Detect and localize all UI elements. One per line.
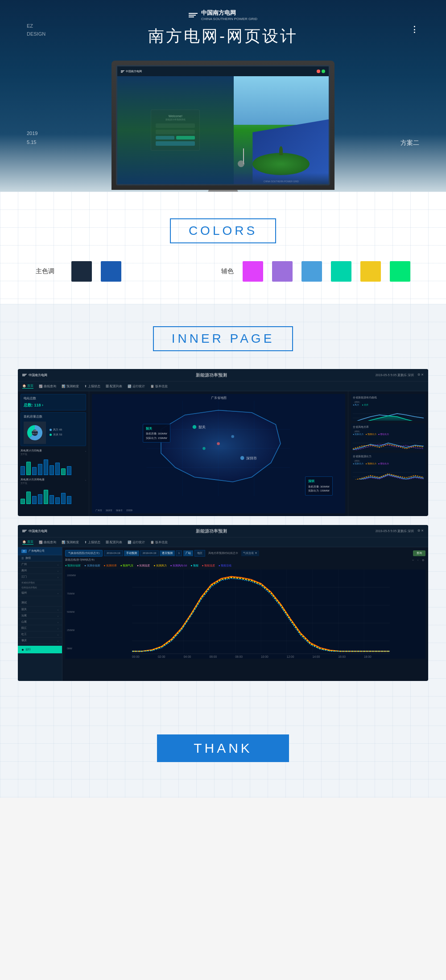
sidebar-item-fuzhou[interactable]: 福州 › [18, 590, 62, 596]
dash-logo-text-2: 中国南方电网 [29, 529, 47, 533]
dash-info-1: 2019-05-5 5:05 夏鹏乐 深圳 ⚙ ✕ [376, 373, 424, 377]
inner-page-section: INNER PAGE 中国南方电网 新能源功率预测 2019-05-5 5:05… [0, 304, 446, 708]
btn-query[interactable]: 查询 [413, 550, 425, 556]
sidebar-item-jiangmen[interactable]: 江门 › [18, 574, 62, 580]
inner-page-title: INNER PAGE [153, 326, 293, 351]
guangdong-map: 广东省地图 韶关 [92, 394, 345, 513]
screen-dots [317, 70, 325, 73]
dash-header-2: 中国南方电网 新能源功率预测 2019-05-5 5:05 夏鹏乐 深圳 ⚙ ✕ [18, 525, 428, 537]
y-label-1: 1000MW [67, 574, 76, 577]
thank-section: THANK [0, 708, 446, 798]
btn-daily[interactable]: 逐日预测 [160, 550, 175, 556]
pie-chart: 12346 kVA总装机 [24, 422, 46, 444]
dash-logo-icon [22, 374, 27, 376]
y-label-2: 750MW [67, 592, 76, 595]
nav-config-2[interactable]: ☰ 配置列表 [106, 540, 122, 545]
svg-text:10:00: 10:00 [261, 655, 268, 658]
dash-right-panel: 全省新能源有功曲线 （MW） ● 风力 ● 光伏 [348, 391, 428, 516]
sidebar-item-zhaoqing[interactable]: 肇庆 › [18, 638, 62, 644]
line-chart-svg-2 [353, 436, 424, 450]
screen-left: Welcome!新能源功率预测系统 [117, 76, 234, 184]
nav-query[interactable]: 📈 曲线查询 [39, 384, 56, 389]
y-label-4: 250MW [67, 629, 76, 631]
nav-forecast-2[interactable]: 📊 预测精度 [62, 540, 79, 545]
sidebar-item-guangzhou[interactable]: 广州 › [18, 562, 62, 568]
right-chart-1: 全省新能源有功曲线 （MW） ● 风力 ● 光伏 [351, 394, 425, 421]
btn-manual[interactable]: 手动预测 [124, 550, 139, 556]
date-start[interactable]: 2019-04-19 [104, 550, 123, 556]
nav-forecast[interactable]: 📊 预测精度 [62, 384, 79, 389]
sidebar-item-ceshi[interactable]: 测试 [18, 596, 62, 607]
pie-legend: 风力 65 光伏 53 [50, 428, 62, 438]
bar-chart-1 [21, 457, 86, 475]
sidebar-item-shaoguan[interactable]: 韶关 › [18, 607, 62, 613]
station-count-label: 电站总数 [24, 396, 83, 401]
map-bottom-legend: 广州市 深圳市 珠海市 15339 [95, 509, 132, 512]
primary-color-2 [101, 261, 121, 282]
dash-title-2: 新能源功率预测 [51, 528, 372, 534]
sidebar-item-substation1[interactable]: 长城光伏电站 [18, 580, 62, 585]
sidebar-item-shanwei2[interactable]: 山尾 › [18, 619, 62, 625]
y-axis: 1000MW 750MW 500MW 250MW 0MW [67, 574, 76, 650]
secondary-color-4 [331, 261, 351, 282]
nav-version-2[interactable]: 📋 版本信息 [150, 540, 168, 545]
nav-report-2[interactable]: ⬆ 上报状态 [84, 540, 100, 545]
input-days[interactable]: 1 [176, 550, 182, 556]
colors-row: 主色调 辅色 [36, 261, 410, 282]
hero-section: DESIGN EZDESIGN ⋮ 中国南方电网 CHINA SOUTHERN … [0, 0, 446, 192]
nav-home[interactable]: 🏠 首页 [22, 384, 33, 389]
svg-text:韶关: 韶关 [198, 425, 206, 429]
nav-query-2[interactable]: 📈 曲线查询 [39, 540, 56, 545]
dash-logo-2: 中国南方电网 [22, 529, 47, 533]
device-count-box: 装机容量总数 12346 kVA总装机 风力 65 光伏 53 [21, 412, 86, 446]
dash-logo-text-1: 中国南方电网 [29, 373, 47, 377]
dash-header-1: 中国南方电网 新能源功率预测 2019-05-5 5:05 夏鹏乐 深圳 ⚙ ✕ [18, 369, 428, 381]
nav-home-2[interactable]: 🏠 首页 [22, 540, 33, 545]
sidebar-item-shanwei[interactable]: 汕尾 › [18, 613, 62, 619]
toolbar-row: 气象曲线图面(功站状态卡) 2019-04-19 手动预测 2019-04-19… [65, 550, 425, 557]
thank-badge: THANK [157, 734, 289, 762]
monitor-bezel: 中国南方电网 Welcome!新能源功率预测系统 [112, 61, 334, 190]
sidebar-item-huizhou[interactable]: 惠州 › [18, 568, 62, 574]
btn-region[interactable]: 地区 [194, 550, 205, 557]
colors-section: COLORS 主色调 辅色 [0, 192, 446, 304]
nav-version[interactable]: 📋 版本信息 [150, 384, 168, 389]
monitor-screen: 中国南方电网 Welcome!新能源功率预测系统 [116, 65, 330, 185]
pie-container: 12346 kVA总装机 风力 65 光伏 53 [24, 422, 83, 444]
primary-color-1 [71, 261, 92, 282]
svg-point-10 [231, 435, 234, 438]
ez-design-label: EZDESIGN [27, 22, 45, 38]
toolbar-icon-next[interactable]: › [416, 558, 420, 562]
btn-station[interactable]: 厂站 [183, 550, 193, 556]
toolbar-icon-settings[interactable]: ⚙ [421, 558, 425, 562]
nav-stats[interactable]: 📉 运行统计 [128, 384, 145, 389]
grid-background [0, 192, 446, 304]
dash-title-1: 新能源功率预测 [51, 372, 372, 378]
sidebar-item-honggong[interactable]: 红工 › [18, 631, 62, 638]
station-count-box: 电站总数 总数: 118 › [21, 394, 86, 410]
chart-legend-row: ● 预测全辐射 ● 实测全辐射 ● 实测功率 ● 预测气压 ● 实测温度 ● 实… [65, 564, 425, 568]
hero-title: 南方电网-网页设计 [148, 25, 298, 47]
sidebar-item-yangjiang[interactable]: 阳江 › [18, 625, 62, 631]
sidebar-footer[interactable]: ⏺ 运行 [18, 646, 62, 653]
nav-config[interactable]: ☰ 配置列表 [106, 384, 122, 389]
btn-weather-forecast[interactable]: 气象曲线图面(功站状态卡) [65, 550, 103, 557]
date-end[interactable]: 2019-04-19 [140, 550, 159, 556]
nav-report[interactable]: ⬆ 上报状态 [84, 384, 100, 389]
green-hill [252, 153, 310, 175]
colors-title-box: COLORS [36, 218, 410, 243]
right-chart-2-title: 全省风电功率 [353, 425, 424, 429]
toolbar-icon-prev[interactable]: ‹‹ [411, 558, 415, 562]
svg-text:02:00: 02:00 [158, 655, 165, 658]
sidebar-item-substation2[interactable]: 信保远光伏电站 [18, 585, 62, 590]
screen-logo-text: 中国南方电网 [126, 70, 142, 74]
svg-text:06:00: 06:00 [209, 655, 217, 658]
right-chart-1-title: 全省新能源有功曲线 [353, 396, 424, 400]
sidebar-item-all[interactable]: 旗辖 [25, 556, 31, 560]
dropdown-weather[interactable]: 气候选项 ▼ [241, 550, 259, 556]
nav-stats-2[interactable]: 📉 运行统计 [128, 540, 145, 545]
menu-dots[interactable]: ⋮ [410, 25, 419, 34]
secondary-color-5 [360, 261, 381, 282]
dash-nav-2: 🏠 首页 📈 曲线查询 📊 预测精度 ⬆ 上报状态 ☰ 配置列表 📉 运行统计 … [18, 537, 428, 547]
screen-main: Welcome!新能源功率预测系统 [117, 76, 329, 184]
